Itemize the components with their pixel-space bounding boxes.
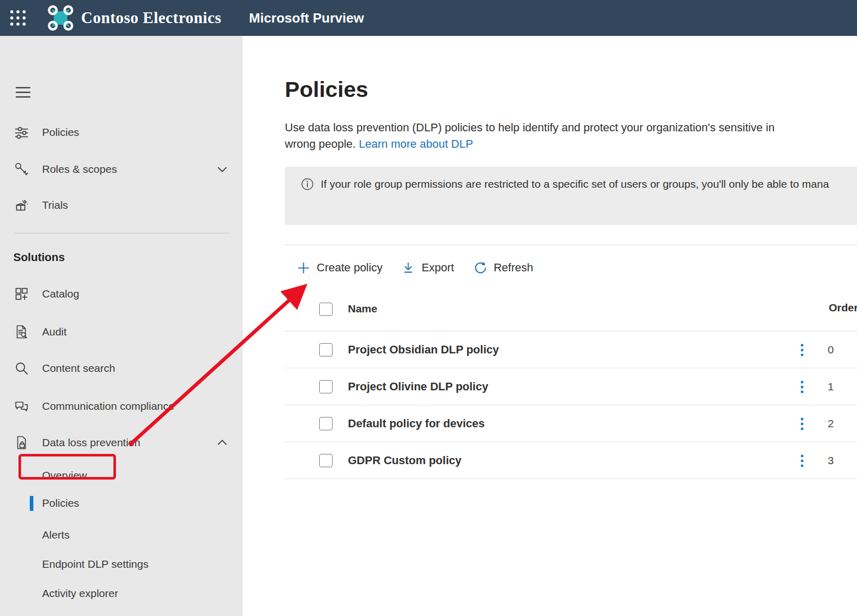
main-content: Policies Use data loss prevention (DLP) … — [243, 36, 857, 616]
chat-bubbles-icon — [13, 398, 30, 414]
document-search-icon — [13, 324, 30, 340]
row-checkbox[interactable] — [319, 417, 333, 430]
table-header: Name Order — [285, 299, 857, 330]
row-more-actions-icon[interactable] — [799, 417, 805, 431]
sidebar-item-activity-explorer[interactable]: Activity explorer — [0, 581, 243, 606]
plus-icon — [297, 262, 310, 274]
download-icon — [402, 262, 415, 274]
row-more-actions-icon[interactable] — [799, 343, 805, 357]
export-button[interactable]: Export — [402, 261, 454, 274]
left-navigation: Policies Roles & scopes Tria — [0, 36, 243, 616]
learn-more-dlp-link[interactable]: Learn more about DLP — [359, 137, 473, 150]
page-title: Policies — [285, 76, 368, 103]
policy-name-link[interactable]: Project Obsidian DLP policy — [348, 331, 499, 368]
sidebar-item-communication-compliance[interactable]: Communication compliance — [0, 394, 243, 419]
sidebar-item-dlp-alerts[interactable]: Alerts — [0, 523, 243, 547]
row-more-actions-icon[interactable] — [799, 454, 805, 468]
info-banner-text: If your role group permissions are restr… — [321, 177, 829, 191]
sidebar-item-label: Policies — [42, 497, 79, 509]
create-policy-button[interactable]: Create policy — [297, 261, 382, 274]
row-checkbox[interactable] — [319, 454, 333, 467]
chevron-up-icon — [216, 436, 229, 449]
table-row: Default policy for devices 2 — [285, 405, 857, 442]
sidebar-item-label: Catalog — [42, 288, 79, 300]
top-app-bar: Contoso Electronics Microsoft Purview — [0, 0, 857, 36]
info-icon — [301, 177, 314, 191]
table-row: GDPR Custom policy 3 — [285, 442, 857, 479]
table-row: Project Obsidian DLP policy 0 — [285, 331, 857, 368]
contoso-logo-icon — [47, 5, 74, 31]
toolbar-top-divider — [285, 245, 857, 245]
column-header-order[interactable]: Order — [829, 302, 857, 314]
sidebar-section-solutions: Solutions — [13, 251, 65, 264]
refresh-button[interactable]: Refresh — [474, 261, 533, 274]
policy-order-value: 1 — [828, 368, 834, 405]
row-checkbox[interactable] — [319, 380, 333, 393]
document-lock-icon — [13, 434, 30, 451]
policy-table: Project Obsidian DLP policy 0 Project Ol… — [285, 331, 857, 479]
column-header-name[interactable]: Name — [348, 303, 377, 315]
page-description: Use data loss prevention (DLP) policies … — [285, 120, 857, 152]
sidebar-item-label: Activity explorer — [42, 587, 118, 600]
sidebar-item-audit[interactable]: Audit — [0, 320, 243, 344]
policy-order-value: 3 — [828, 442, 834, 479]
sidebar-item-label: Content search — [42, 362, 115, 374]
sidebar-item-dlp-policies[interactable]: Policies — [0, 491, 243, 515]
product-title: Microsoft Purview — [249, 10, 364, 26]
app-launcher-icon[interactable] — [0, 0, 36, 36]
policy-order-value: 2 — [828, 405, 834, 442]
waffle-icon — [8, 8, 28, 28]
row-checkbox[interactable] — [319, 343, 333, 356]
command-bar: Create policy Export Refresh — [285, 256, 533, 279]
description-line-2: wrong people. Learn more about DLP — [285, 136, 857, 152]
sidebar-item-label: Roles & scopes — [42, 163, 117, 175]
sidebar-item-label: Communication compliance — [42, 400, 174, 412]
nav-collapse-button[interactable] — [13, 82, 33, 103]
sliders-icon — [13, 124, 30, 141]
search-icon — [13, 360, 30, 376]
hamburger-icon — [15, 86, 31, 99]
brand-name: Contoso Electronics — [81, 9, 221, 27]
policy-name-link[interactable]: GDPR Custom policy — [348, 442, 461, 479]
chevron-down-icon — [216, 163, 229, 176]
sidebar-item-label: Alerts — [42, 529, 70, 541]
brand[interactable]: Contoso Electronics — [47, 5, 221, 31]
sidebar-item-label: Endpoint DLP settings — [42, 558, 148, 570]
info-banner: If your role group permissions are restr… — [285, 167, 857, 225]
row-more-actions-icon[interactable] — [799, 380, 805, 394]
gift-sparkle-icon — [13, 197, 30, 213]
sidebar-item-content-search[interactable]: Content search — [0, 356, 243, 381]
sidebar-item-label: Audit — [42, 326, 67, 338]
select-all-checkbox[interactable] — [319, 303, 333, 316]
sidebar-item-label: Overview — [42, 469, 87, 482]
sidebar-item-catalog[interactable]: Catalog — [0, 282, 243, 306]
sidebar-item-endpoint-dlp-settings[interactable]: Endpoint DLP settings — [0, 552, 243, 577]
description-line-1: Use data loss prevention (DLP) policies … — [285, 120, 857, 136]
sidebar-item-label: Data loss prevention — [42, 436, 140, 449]
sidebar-item-roles-scopes[interactable]: Roles & scopes — [0, 157, 243, 182]
sidebar-item-label: Policies — [42, 126, 79, 138]
policy-name-link[interactable]: Default policy for devices — [348, 405, 485, 442]
sidebar-divider — [14, 233, 229, 233]
table-row: Project Olivine DLP policy 1 — [285, 368, 857, 405]
key-icon — [13, 161, 30, 177]
sidebar-item-data-loss-prevention[interactable]: Data loss prevention — [0, 430, 243, 455]
sidebar-item-ediscovery[interactable]: eDiscovery — [0, 613, 243, 616]
sidebar-item-trials[interactable]: Trials — [0, 193, 243, 217]
sidebar-item-label: Trials — [42, 199, 68, 211]
refresh-icon — [474, 261, 487, 274]
policy-name-link[interactable]: Project Olivine DLP policy — [348, 368, 488, 405]
sidebar-item-policies[interactable]: Policies — [0, 120, 243, 145]
policy-order-value: 0 — [828, 331, 834, 368]
sidebar-item-dlp-overview[interactable]: Overview — [0, 463, 243, 488]
selected-item-indicator — [30, 496, 33, 511]
grid-plus-icon — [13, 286, 30, 302]
